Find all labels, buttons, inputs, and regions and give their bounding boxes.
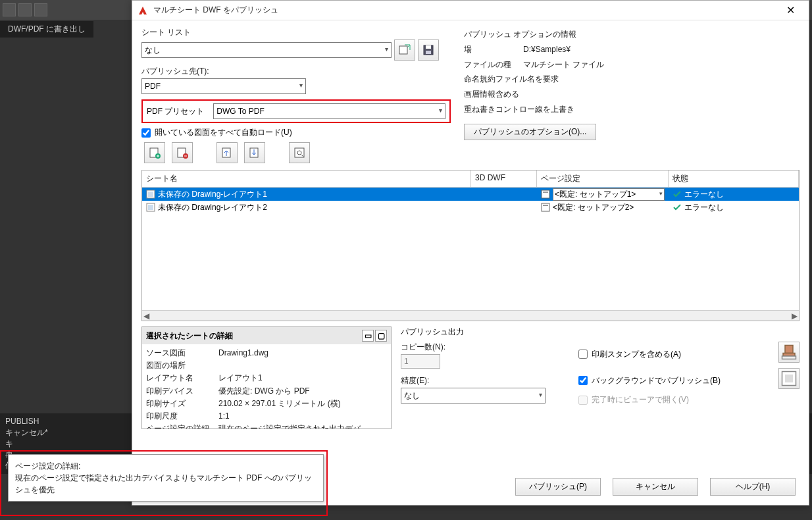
background-publish-checkbox[interactable]: バックグラウンドでパブリッシュ(B) bbox=[578, 375, 778, 386]
ribbon-tab-label[interactable]: DWF/PDF に書き出し bbox=[0, 21, 93, 38]
table-row[interactable]: 未保存の Drawing-レイアウト2<既定: セットアップ2>エラーなし bbox=[142, 201, 799, 214]
sheet-list-label: シート リスト bbox=[141, 27, 451, 38]
open-sheetlist-button[interactable] bbox=[394, 39, 415, 61]
publish-button[interactable]: パブリッシュ(P) bbox=[515, 478, 601, 496]
remove-sheets-button[interactable] bbox=[172, 142, 193, 163]
output-title: パブリッシュ出力 bbox=[401, 326, 799, 338]
horizontal-scrollbar[interactable]: ◀▶ bbox=[142, 310, 799, 321]
cancel-button[interactable]: キャンセル bbox=[613, 478, 698, 496]
pagesetup-icon bbox=[541, 190, 550, 199]
sheet-details-panel: 選択されたシートの詳細 ▭ ▢ ソース図面Drawing1.dwg図面の場所レイ… bbox=[141, 326, 392, 429]
col-3d-dwf[interactable]: 3D DWF bbox=[471, 170, 537, 187]
dialog-footer: パブリッシュ(P) キャンセル ヘルプ(H) bbox=[515, 478, 796, 496]
detail-row: 図面の場所 bbox=[146, 359, 387, 372]
svg-rect-19 bbox=[543, 205, 548, 206]
titlebar: マルチシート DWF をパブリッシュ ✕ bbox=[132, 1, 809, 20]
detail-row: ソース図面Drawing1.dwg bbox=[146, 347, 387, 359]
svg-rect-3 bbox=[426, 51, 431, 54]
include-stamp-checkbox[interactable]: 印刷スタンプを含める(A) bbox=[578, 349, 778, 360]
tooltip: ページ設定の詳細: 現在のページ設定で指定された出力デバイスよりもマルチシート … bbox=[8, 454, 324, 502]
chevron-down-icon: ▾ bbox=[539, 391, 542, 398]
col-status[interactable]: 状態 bbox=[669, 170, 799, 187]
detail-row: 印刷尺度1:1 bbox=[146, 410, 387, 423]
copies-input: 1 bbox=[401, 354, 440, 369]
detail-row: レイアウト名レイアウト1 bbox=[146, 372, 387, 384]
details-collapse-icon[interactable]: ▭ bbox=[362, 330, 374, 342]
toolbar-icon[interactable] bbox=[18, 3, 32, 16]
add-sheets-button[interactable] bbox=[144, 142, 165, 163]
svg-rect-22 bbox=[782, 356, 796, 359]
detail-row: 印刷デバイス優先設定: DWG から PDF bbox=[146, 385, 387, 398]
layout-icon bbox=[146, 203, 155, 212]
move-up-button[interactable] bbox=[216, 142, 238, 163]
svg-rect-15 bbox=[543, 192, 548, 193]
background-settings-button[interactable] bbox=[778, 368, 799, 389]
pdf-preset-label: PDF プリセット bbox=[147, 106, 204, 117]
preview-button[interactable] bbox=[289, 142, 310, 163]
move-down-button[interactable] bbox=[244, 142, 265, 163]
precision-label: 精度(E): bbox=[401, 375, 552, 386]
svg-rect-14 bbox=[542, 190, 549, 198]
sheet-list-combo[interactable]: なし▾ bbox=[141, 42, 392, 58]
check-icon bbox=[672, 190, 682, 199]
table-body[interactable]: 未保存の Drawing-レイアウト1<既定: セットアップ1>▾エラーなし未保… bbox=[142, 188, 799, 310]
detail-row: 印刷サイズ210.02 × 297.01 ミリメートル (横) bbox=[146, 398, 387, 410]
svg-rect-24 bbox=[785, 375, 793, 382]
details-expand-icon[interactable]: ▢ bbox=[375, 330, 387, 342]
svg-rect-0 bbox=[399, 46, 407, 54]
stamp-settings-button[interactable] bbox=[778, 342, 799, 363]
svg-rect-13 bbox=[148, 192, 153, 197]
tooltip-title: ページ設定の詳細: bbox=[15, 460, 317, 472]
details-title: 選択されたシートの詳細 bbox=[146, 330, 233, 342]
chevron-down-icon: ▾ bbox=[299, 82, 303, 89]
detail-row: ページ設定の詳細現在のページ設定で指定された出力デバ... bbox=[146, 423, 387, 429]
dialog-title: マルチシート DWF をパブリッシュ bbox=[153, 5, 777, 16]
app-logo-icon bbox=[138, 5, 148, 16]
toolbar-icon[interactable] bbox=[34, 3, 47, 16]
sheet-table: シート名 3D DWF ページ設定 状態 未保存の Drawing-レイアウト1… bbox=[141, 170, 799, 321]
precision-combo[interactable]: なし▾ bbox=[401, 388, 546, 403]
svg-rect-2 bbox=[426, 45, 431, 49]
save-sheetlist-button[interactable] bbox=[418, 39, 439, 61]
publish-dialog: マルチシート DWF をパブリッシュ ✕ シート リスト なし▾ bbox=[132, 0, 809, 506]
table-row[interactable]: 未保存の Drawing-レイアウト1<既定: セットアップ1>▾エラーなし bbox=[142, 188, 799, 201]
pdf-preset-combo[interactable]: DWG To PDF▾ bbox=[213, 103, 445, 119]
publish-options-button[interactable]: パブリッシュのオプション(O)... bbox=[464, 124, 596, 140]
pdf-preset-row: PDF プリセット DWG To PDF▾ bbox=[141, 99, 451, 123]
info-title: パブリッシュ オプションの情報 bbox=[464, 27, 799, 42]
chevron-down-icon: ▾ bbox=[439, 107, 442, 114]
svg-rect-17 bbox=[148, 205, 153, 210]
close-button[interactable]: ✕ bbox=[777, 1, 803, 20]
pagesetup-icon bbox=[541, 203, 550, 212]
toolbar-icon[interactable] bbox=[3, 3, 16, 16]
autoload-checkbox[interactable]: 開いている図面をすべて自動ロード(U) bbox=[141, 127, 451, 138]
publish-to-combo[interactable]: PDF▾ bbox=[141, 78, 306, 94]
tooltip-body: 現在のページ設定で指定された出力デバイスよりもマルチシート PDF へのパブリッ… bbox=[15, 472, 317, 496]
svg-rect-20 bbox=[785, 346, 793, 353]
chevron-down-icon: ▾ bbox=[385, 45, 388, 53]
publish-options-info: パブリッシュ オプションの情報 場D:¥Samples¥ ファイルの種マルチシー… bbox=[464, 27, 799, 117]
check-icon bbox=[672, 203, 682, 212]
help-button[interactable]: ヘルプ(H) bbox=[710, 478, 796, 496]
col-sheet-name[interactable]: シート名 bbox=[142, 170, 471, 187]
svg-rect-18 bbox=[542, 203, 549, 211]
col-page-setup[interactable]: ページ設定 bbox=[537, 170, 669, 187]
pagesetup-combo[interactable]: <既定: セットアップ1>▾ bbox=[553, 188, 665, 201]
publish-to-label: パブリッシュ先(T): bbox=[141, 66, 451, 77]
table-header: シート名 3D DWF ページ設定 状態 bbox=[142, 170, 799, 188]
layout-icon bbox=[146, 190, 155, 199]
publish-output-panel: パブリッシュ出力 コピー数(N): 1 精度(E): なし▾ bbox=[401, 326, 799, 429]
open-viewer-checkbox: 完了時にビューアで開く(V) bbox=[578, 394, 799, 405]
copies-label: コピー数(N): bbox=[401, 342, 552, 353]
